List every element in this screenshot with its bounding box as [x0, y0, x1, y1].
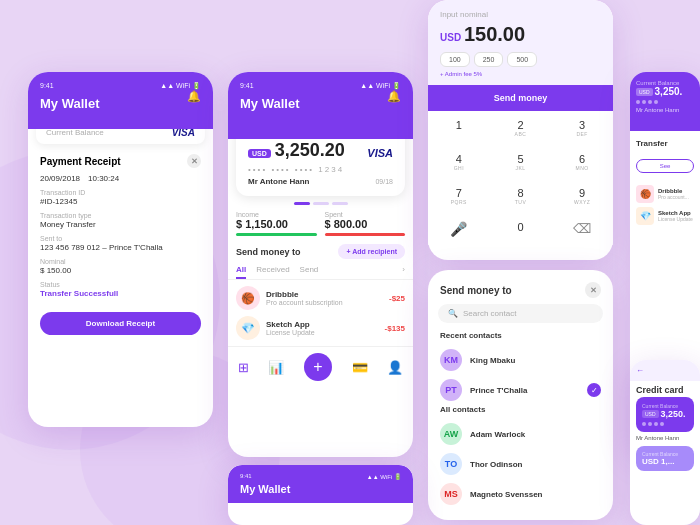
search-bar[interactable]: 🔍 Search contact — [438, 304, 603, 323]
card-expiry: 09/18 — [375, 178, 393, 185]
key-1[interactable]: 1 — [428, 111, 490, 145]
send-money-header: Send money — [428, 85, 613, 111]
preset-amounts: 100 250 500 — [440, 52, 601, 67]
right-usd-badge: USD — [636, 88, 653, 96]
right-card-name: Mr Antone Hann — [636, 107, 694, 113]
key-7[interactable]: 7PQRS — [428, 179, 490, 213]
txn-avatar-1: 🏀 — [236, 286, 260, 310]
back-arrow-icon[interactable]: ← — [636, 366, 644, 375]
input-label: Input nominal — [440, 10, 601, 19]
send-money-row: Send money to + Add recipient — [228, 244, 413, 259]
search-icon: 🔍 — [448, 309, 458, 318]
contact-name-km: King Mbaku — [470, 356, 601, 365]
receipt-time: 10:30:24 — [88, 174, 119, 183]
app-item-dribbble[interactable]: 🏀 Dribbble Pro account... — [636, 185, 694, 203]
sketch-icon: 💎 — [636, 207, 654, 225]
screen2-header: 9:41 ▲▲ WiFi 🔋 My Wallet 🔔 — [228, 72, 413, 139]
sketch-sub: License Update — [658, 216, 693, 222]
tab-received[interactable]: Received — [256, 265, 289, 279]
time: 9:41 — [40, 82, 54, 90]
key-8[interactable]: 8TUV — [490, 179, 552, 213]
txn-name-1: Dribbble — [266, 290, 383, 299]
add-recipient-button[interactable]: + Add recipient — [338, 244, 405, 259]
arrow-icon[interactable]: › — [402, 265, 405, 279]
visa-logo-2: VISA — [367, 147, 393, 159]
txn-amount-2: -$135 — [385, 324, 405, 333]
nav-add-button[interactable]: + — [304, 353, 332, 381]
transactions-tabs: All Received Send › — [228, 265, 413, 280]
contact-name-aw: Adam Warlock — [470, 430, 601, 439]
bell-icon[interactable]: 🔔 — [187, 90, 201, 103]
indicator-1[interactable] — [294, 202, 310, 205]
contact-thor-odinson[interactable]: TO Thor Odinson — [428, 449, 613, 479]
key-delete[interactable]: ⌫ — [551, 213, 613, 245]
card-holder-name: Mr Antone Hann — [248, 177, 309, 186]
contact-adam-warlock[interactable]: AW Adam Warlock — [428, 419, 613, 449]
bell-icon-2[interactable]: 🔔 — [387, 90, 401, 103]
app-items: 🏀 Dribbble Pro account... 💎 Sketch App L… — [630, 181, 700, 233]
transaction-item[interactable]: 🏀 Dribbble Pro account subscription -$25 — [236, 286, 405, 310]
screen1-header: 9:41 ▲▲ WiFi 🔋 My Wallet 🔔 — [28, 72, 213, 129]
indicator-3[interactable] — [332, 202, 348, 205]
close-button[interactable]: ✕ — [187, 154, 201, 168]
income-label: Income — [236, 211, 317, 218]
time-2: 9:41 — [240, 82, 254, 90]
contact-avatar-to: TO — [440, 453, 462, 475]
recent-contacts-title: Recent contacts — [428, 331, 613, 340]
credit-card-1: Current Balance USD 3,250. — [636, 397, 694, 432]
preset-250[interactable]: 250 — [474, 52, 504, 67]
contact-magneto[interactable]: MS Magneto Svenssen — [428, 479, 613, 509]
nominal-value: $ 150.00 — [40, 266, 201, 275]
key-0[interactable]: 0 — [490, 213, 552, 245]
key-6[interactable]: 6MNO — [551, 145, 613, 179]
cc1-badge: USD — [642, 410, 659, 418]
transaction-item-2[interactable]: 💎 Sketch App License Update -$135 — [236, 316, 405, 340]
preset-500[interactable]: 500 — [507, 52, 537, 67]
status-label: Status — [40, 281, 201, 288]
receipt-body: Payment Receipt ✕ 20/09/2018 10:30:24 Tr… — [28, 144, 213, 345]
nav-chart[interactable]: 📊 — [268, 360, 284, 375]
all-contacts-title: All contacts — [428, 405, 613, 414]
bottom-nav: ⊞ 📊 + 💳 👤 — [228, 346, 413, 387]
cc1-amount: 3,250. — [661, 409, 686, 419]
key-5[interactable]: 5JKL — [490, 145, 552, 179]
nav-profile[interactable]: 👤 — [387, 360, 403, 375]
date-row: 20/09/2018 10:30:24 — [40, 174, 201, 183]
key-2[interactable]: 2ABC — [490, 111, 552, 145]
transaction-list: 🏀 Dribbble Pro account subscription -$25… — [228, 286, 413, 340]
nav-card[interactable]: 💳 — [352, 360, 368, 375]
signal-icons: ▲▲ WiFi 🔋 — [160, 82, 201, 90]
app-item-sketch[interactable]: 💎 Sketch App License Update — [636, 207, 694, 225]
spend-value: $ 800.00 — [325, 218, 406, 230]
contact-name-pt: Prince T'Challa — [470, 386, 579, 395]
income-block: Income $ 1,150.00 — [236, 211, 317, 236]
dribbble-icon: 🏀 — [636, 185, 654, 203]
see-button[interactable]: See — [636, 159, 694, 173]
right-card-dots — [636, 100, 694, 104]
cc2-amount: USD 1,... — [642, 457, 688, 466]
txn-name-2: Sketch App — [266, 320, 379, 329]
tab-send[interactable]: Send — [300, 265, 319, 279]
screen2-title: My Wallet — [240, 96, 401, 111]
recent-contacts-section: Recent contacts KM King Mbaku PT Prince … — [428, 331, 613, 405]
key-mic[interactable]: 🎤 — [428, 213, 490, 245]
transaction-id-row: Transaction ID #ID-12345 — [40, 189, 201, 206]
tab-all[interactable]: All — [236, 265, 246, 279]
contacts-close-button[interactable]: ✕ — [585, 282, 601, 298]
download-receipt-button[interactable]: Download Receipt — [40, 312, 201, 335]
nominal-row: Nominal $ 150.00 — [40, 258, 201, 275]
contact-avatar-pt: PT — [440, 379, 462, 401]
contact-avatar-km: KM — [440, 349, 462, 371]
status-bar-2: 9:41 ▲▲ WiFi 🔋 — [240, 82, 401, 90]
contact-prince-tchalla[interactable]: PT Prince T'Challa ✓ — [428, 375, 613, 405]
nav-home[interactable]: ⊞ — [238, 360, 249, 375]
usd-badge: USD — [248, 149, 271, 158]
card-indicators[interactable] — [228, 202, 413, 205]
receipt-date: 20/09/2018 — [40, 174, 80, 183]
indicator-2[interactable] — [313, 202, 329, 205]
key-3[interactable]: 3DEF — [551, 111, 613, 145]
preset-100[interactable]: 100 — [440, 52, 470, 67]
contact-king-mbaku[interactable]: KM King Mbaku — [428, 345, 613, 375]
key-9[interactable]: 9WXYZ — [551, 179, 613, 213]
key-4[interactable]: 4GHI — [428, 145, 490, 179]
